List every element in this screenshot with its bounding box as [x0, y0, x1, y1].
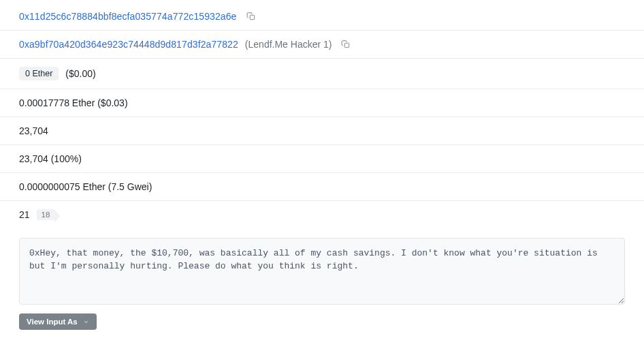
gas-price: 0.0000000075 Ether (7.5 Gwei)	[19, 181, 152, 192]
copy-icon[interactable]	[341, 40, 351, 49]
chevron-down-icon	[83, 319, 89, 325]
input-data-textarea[interactable]	[19, 238, 625, 305]
view-input-as-label: View Input As	[27, 318, 78, 326]
view-input-as-button[interactable]: View Input As	[19, 313, 97, 330]
to-address-link[interactable]: 0xa9bf70a420d364e923c74448d9d817d3f2a778…	[19, 39, 238, 50]
from-row: 0x11d25c6c78884bbf8ecfa035774a772c15932a…	[0, 3, 644, 31]
from-address-link[interactable]: 0x11d25c6c78884bbf8ecfa035774a772c15932a…	[19, 11, 237, 22]
gas-price-row: 0.0000000075 Ether (7.5 Gwei)	[0, 173, 644, 201]
gas-limit: 23,704	[19, 125, 48, 136]
svg-rect-1	[345, 43, 349, 47]
value-row: 0 Ether ($0.00)	[0, 59, 644, 89]
gas-limit-row: 23,704	[0, 117, 644, 145]
nonce-row: 21 18	[0, 201, 644, 228]
gas-used-row: 23,704 (100%)	[0, 145, 644, 173]
nonce-position-tag: 18	[37, 209, 55, 220]
to-address-label: (Lendf.Me Hacker 1)	[245, 39, 332, 50]
nonce: 21	[19, 209, 30, 220]
input-data-section	[0, 228, 644, 307]
svg-rect-0	[250, 15, 254, 19]
copy-icon[interactable]	[246, 12, 256, 21]
value-usd: ($0.00)	[65, 68, 95, 79]
to-row: 0xa9bf70a420d364e923c74448d9d817d3f2a778…	[0, 31, 644, 59]
value-badge: 0 Ether	[19, 67, 59, 80]
transaction-fee-row: 0.00017778 Ether ($0.03)	[0, 89, 644, 117]
transaction-fee: 0.00017778 Ether ($0.03)	[19, 97, 128, 108]
gas-used: 23,704 (100%)	[19, 153, 82, 164]
